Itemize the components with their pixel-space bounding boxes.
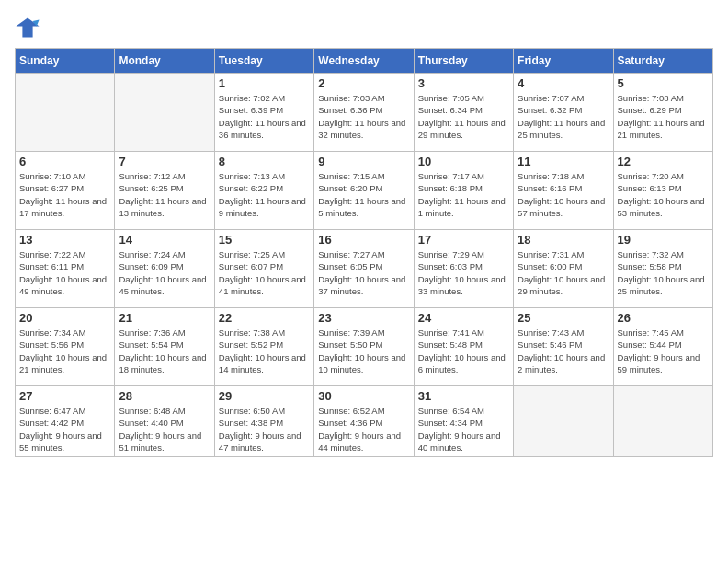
calendar-week-3: 20Sunrise: 7:34 AM Sunset: 5:56 PM Dayli… <box>16 308 713 386</box>
weekday-header-sunday: Sunday <box>16 49 115 74</box>
day-number: 24 <box>418 311 509 325</box>
day-number: 21 <box>119 311 210 325</box>
calendar-cell: 4Sunrise: 7:07 AM Sunset: 6:32 PM Daylig… <box>514 74 613 152</box>
weekday-header-wednesday: Wednesday <box>314 49 414 74</box>
day-number: 31 <box>418 389 509 403</box>
day-number: 29 <box>219 389 310 403</box>
day-detail: Sunrise: 7:24 AM Sunset: 6:09 PM Dayligh… <box>119 248 210 297</box>
calendar-cell: 26Sunrise: 7:45 AM Sunset: 5:44 PM Dayli… <box>613 308 712 386</box>
day-number: 5 <box>618 76 709 90</box>
day-detail: Sunrise: 7:36 AM Sunset: 5:54 PM Dayligh… <box>119 327 210 375</box>
day-number: 13 <box>19 233 110 247</box>
day-number: 27 <box>19 389 110 403</box>
day-detail: Sunrise: 6:50 AM Sunset: 4:38 PM Dayligh… <box>219 405 310 454</box>
day-detail: Sunrise: 7:17 AM Sunset: 6:18 PM Dayligh… <box>418 170 509 219</box>
calendar-cell: 17Sunrise: 7:29 AM Sunset: 6:03 PM Dayli… <box>414 230 513 308</box>
day-detail: Sunrise: 7:27 AM Sunset: 6:05 PM Dayligh… <box>318 248 409 297</box>
day-number: 10 <box>418 155 509 168</box>
day-number: 4 <box>518 76 609 90</box>
day-number: 3 <box>418 76 509 90</box>
day-number: 2 <box>318 76 409 90</box>
day-detail: Sunrise: 7:03 AM Sunset: 6:36 PM Dayligh… <box>318 92 409 141</box>
calendar-cell: 22Sunrise: 7:38 AM Sunset: 5:52 PM Dayli… <box>214 308 313 386</box>
weekday-header-thursday: Thursday <box>414 49 513 74</box>
weekday-header-row: SundayMondayTuesdayWednesdayThursdayFrid… <box>16 49 713 74</box>
day-detail: Sunrise: 7:39 AM Sunset: 5:50 PM Dayligh… <box>318 327 409 375</box>
day-detail: Sunrise: 7:10 AM Sunset: 6:27 PM Dayligh… <box>19 170 110 219</box>
calendar-cell: 12Sunrise: 7:20 AM Sunset: 6:13 PM Dayli… <box>613 152 712 230</box>
day-detail: Sunrise: 6:52 AM Sunset: 4:36 PM Dayligh… <box>318 405 409 454</box>
day-number: 1 <box>219 76 310 90</box>
day-detail: Sunrise: 6:48 AM Sunset: 4:40 PM Dayligh… <box>119 405 210 454</box>
day-number: 20 <box>19 311 110 325</box>
calendar-cell: 15Sunrise: 7:25 AM Sunset: 6:07 PM Dayli… <box>214 230 313 308</box>
day-number: 30 <box>318 389 409 403</box>
day-detail: Sunrise: 7:29 AM Sunset: 6:03 PM Dayligh… <box>418 248 509 297</box>
calendar-cell: 10Sunrise: 7:17 AM Sunset: 6:18 PM Dayli… <box>414 152 513 230</box>
day-number: 12 <box>618 155 709 168</box>
weekday-header-monday: Monday <box>115 49 214 74</box>
day-detail: Sunrise: 7:31 AM Sunset: 6:00 PM Dayligh… <box>518 248 609 297</box>
day-detail: Sunrise: 6:54 AM Sunset: 4:34 PM Dayligh… <box>418 405 509 454</box>
day-detail: Sunrise: 7:12 AM Sunset: 6:25 PM Dayligh… <box>119 170 210 219</box>
day-number: 7 <box>119 155 210 168</box>
day-detail: Sunrise: 7:22 AM Sunset: 6:11 PM Dayligh… <box>19 248 110 297</box>
page-header <box>15 15 713 40</box>
day-detail: Sunrise: 7:41 AM Sunset: 5:48 PM Dayligh… <box>418 327 509 375</box>
calendar-cell: 19Sunrise: 7:32 AM Sunset: 5:58 PM Dayli… <box>613 230 712 308</box>
calendar-cell: 5Sunrise: 7:08 AM Sunset: 6:29 PM Daylig… <box>613 74 712 152</box>
calendar-cell: 8Sunrise: 7:13 AM Sunset: 6:22 PM Daylig… <box>214 152 313 230</box>
calendar-cell: 28Sunrise: 6:48 AM Sunset: 4:40 PM Dayli… <box>115 386 214 457</box>
day-number: 25 <box>518 311 609 325</box>
day-detail: Sunrise: 7:08 AM Sunset: 6:29 PM Dayligh… <box>618 92 709 141</box>
day-number: 14 <box>119 233 210 247</box>
day-number: 22 <box>219 311 310 325</box>
day-number: 6 <box>19 155 110 168</box>
calendar-cell: 1Sunrise: 7:02 AM Sunset: 6:39 PM Daylig… <box>214 74 313 152</box>
day-detail: Sunrise: 7:20 AM Sunset: 6:13 PM Dayligh… <box>618 170 709 219</box>
day-detail: Sunrise: 7:15 AM Sunset: 6:20 PM Dayligh… <box>318 170 409 219</box>
calendar-table: SundayMondayTuesdayWednesdayThursdayFrid… <box>15 48 713 457</box>
logo-icon <box>15 15 40 40</box>
day-detail: Sunrise: 7:07 AM Sunset: 6:32 PM Dayligh… <box>518 92 609 141</box>
calendar-cell: 25Sunrise: 7:43 AM Sunset: 5:46 PM Dayli… <box>514 308 613 386</box>
day-number: 8 <box>219 155 310 168</box>
day-number: 15 <box>219 233 310 247</box>
day-detail: Sunrise: 7:02 AM Sunset: 6:39 PM Dayligh… <box>219 92 310 141</box>
calendar-cell: 24Sunrise: 7:41 AM Sunset: 5:48 PM Dayli… <box>414 308 513 386</box>
calendar-week-2: 13Sunrise: 7:22 AM Sunset: 6:11 PM Dayli… <box>16 230 713 308</box>
calendar-cell: 23Sunrise: 7:39 AM Sunset: 5:50 PM Dayli… <box>314 308 414 386</box>
calendar-cell <box>514 386 613 457</box>
day-number: 17 <box>418 233 509 247</box>
calendar-week-0: 1Sunrise: 7:02 AM Sunset: 6:39 PM Daylig… <box>16 74 713 152</box>
calendar-cell: 7Sunrise: 7:12 AM Sunset: 6:25 PM Daylig… <box>115 152 214 230</box>
day-detail: Sunrise: 7:45 AM Sunset: 5:44 PM Dayligh… <box>618 327 709 375</box>
day-detail: Sunrise: 7:13 AM Sunset: 6:22 PM Dayligh… <box>219 170 310 219</box>
calendar-cell: 9Sunrise: 7:15 AM Sunset: 6:20 PM Daylig… <box>314 152 414 230</box>
calendar-cell: 31Sunrise: 6:54 AM Sunset: 4:34 PM Dayli… <box>414 386 513 457</box>
day-number: 18 <box>518 233 609 247</box>
day-detail: Sunrise: 7:18 AM Sunset: 6:16 PM Dayligh… <box>518 170 609 219</box>
calendar-cell: 20Sunrise: 7:34 AM Sunset: 5:56 PM Dayli… <box>16 308 115 386</box>
calendar-cell: 6Sunrise: 7:10 AM Sunset: 6:27 PM Daylig… <box>16 152 115 230</box>
calendar-cell: 18Sunrise: 7:31 AM Sunset: 6:00 PM Dayli… <box>514 230 613 308</box>
day-detail: Sunrise: 7:32 AM Sunset: 5:58 PM Dayligh… <box>618 248 709 297</box>
day-number: 19 <box>618 233 709 247</box>
calendar-cell <box>16 74 115 152</box>
calendar-cell <box>613 386 712 457</box>
weekday-header-tuesday: Tuesday <box>214 49 313 74</box>
day-number: 26 <box>618 311 709 325</box>
calendar-cell: 29Sunrise: 6:50 AM Sunset: 4:38 PM Dayli… <box>214 386 313 457</box>
day-detail: Sunrise: 7:25 AM Sunset: 6:07 PM Dayligh… <box>219 248 310 297</box>
calendar-cell: 2Sunrise: 7:03 AM Sunset: 6:36 PM Daylig… <box>314 74 414 152</box>
calendar-week-4: 27Sunrise: 6:47 AM Sunset: 4:42 PM Dayli… <box>16 386 713 457</box>
day-detail: Sunrise: 7:38 AM Sunset: 5:52 PM Dayligh… <box>219 327 310 375</box>
day-detail: Sunrise: 6:47 AM Sunset: 4:42 PM Dayligh… <box>19 405 110 454</box>
calendar-cell: 13Sunrise: 7:22 AM Sunset: 6:11 PM Dayli… <box>16 230 115 308</box>
weekday-header-saturday: Saturday <box>613 49 712 74</box>
day-number: 23 <box>318 311 409 325</box>
day-number: 9 <box>318 155 409 168</box>
calendar-cell: 11Sunrise: 7:18 AM Sunset: 6:16 PM Dayli… <box>514 152 613 230</box>
logo <box>15 15 44 40</box>
calendar-cell: 16Sunrise: 7:27 AM Sunset: 6:05 PM Dayli… <box>314 230 414 308</box>
